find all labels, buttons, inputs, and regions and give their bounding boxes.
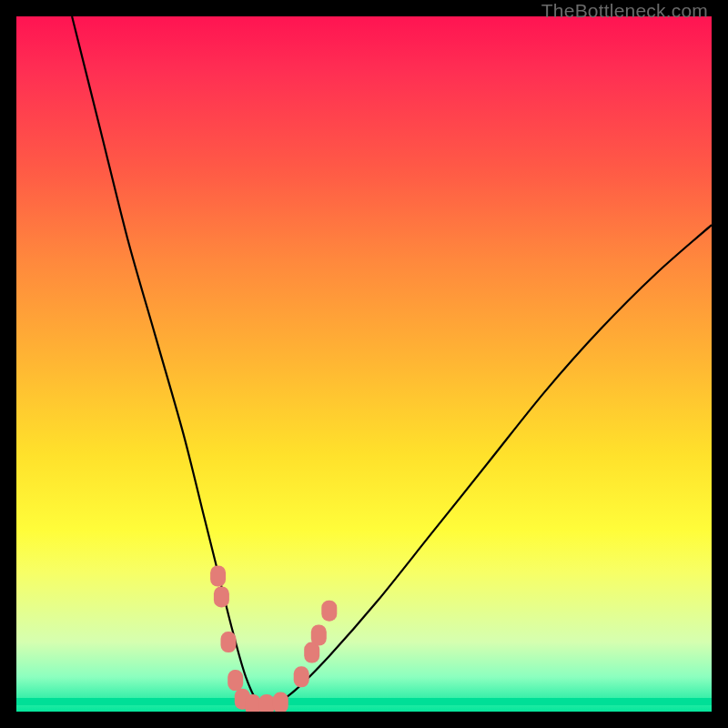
data-marker — [259, 694, 275, 712]
data-marker — [311, 625, 327, 646]
data-marker — [221, 632, 237, 652]
chart-frame: TheBottleneck.com — [0, 0, 728, 728]
data-marker — [245, 694, 260, 712]
data-marker — [228, 670, 243, 691]
data-marker — [321, 601, 337, 622]
plot-area — [16, 16, 712, 712]
data-marker — [294, 666, 309, 687]
watermark-text: TheBottleneck.com — [541, 0, 708, 22]
data-marker — [214, 586, 229, 607]
data-marker — [210, 566, 226, 587]
marker-group — [210, 566, 337, 713]
chart-svg — [16, 16, 712, 712]
bottleneck-curve — [72, 16, 712, 707]
data-marker — [273, 693, 288, 712]
